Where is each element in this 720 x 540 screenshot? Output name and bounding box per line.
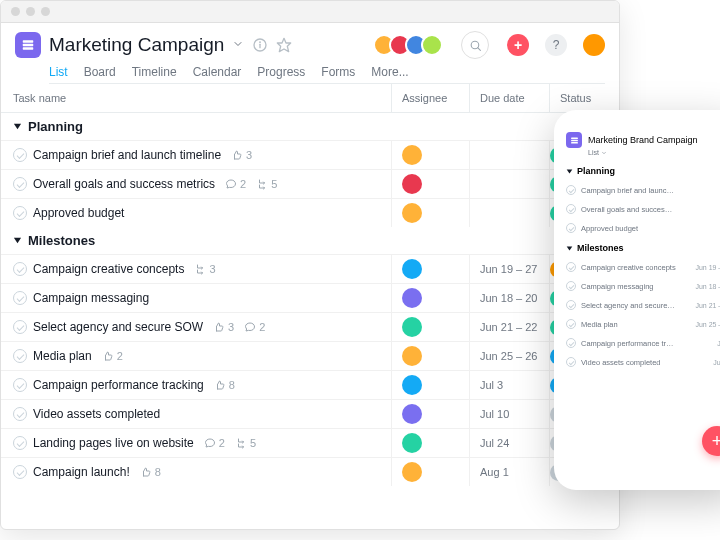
mobile-task-row[interactable]: Campaign brief and launch timeline bbox=[566, 185, 720, 195]
project-icon[interactable] bbox=[15, 32, 41, 58]
comment-count[interactable]: 2 bbox=[225, 178, 246, 190]
due-date[interactable]: Jul 3 bbox=[469, 371, 549, 399]
mobile-subtitle[interactable]: List bbox=[588, 149, 720, 156]
like-count[interactable]: 8 bbox=[214, 379, 235, 391]
complete-toggle[interactable] bbox=[566, 185, 576, 195]
add-button[interactable]: + bbox=[507, 34, 529, 56]
tab-timeline[interactable]: Timeline bbox=[132, 65, 177, 79]
task-row[interactable]: Campaign messagingJun 18 – 20Approved bbox=[1, 283, 619, 312]
user-avatar[interactable] bbox=[583, 34, 605, 56]
complete-toggle[interactable] bbox=[566, 319, 576, 329]
complete-toggle[interactable] bbox=[566, 357, 576, 367]
complete-toggle[interactable] bbox=[13, 206, 27, 220]
due-date[interactable] bbox=[469, 170, 549, 198]
col-duedate[interactable]: Due date bbox=[469, 84, 549, 112]
assignee-avatar[interactable] bbox=[402, 346, 422, 366]
assignee-avatar[interactable] bbox=[402, 375, 422, 395]
mobile-task-row[interactable]: Approved budget bbox=[566, 223, 720, 233]
subtask-count[interactable]: 3 bbox=[194, 263, 215, 275]
tab-board[interactable]: Board bbox=[84, 65, 116, 79]
task-row[interactable]: Campaign brief and launch timeline 3Appr… bbox=[1, 140, 619, 169]
complete-toggle[interactable] bbox=[566, 281, 576, 291]
col-taskname[interactable]: Task name bbox=[1, 84, 391, 112]
assignee-avatar[interactable] bbox=[402, 317, 422, 337]
like-count[interactable]: 2 bbox=[102, 350, 123, 362]
complete-toggle[interactable] bbox=[566, 223, 576, 233]
due-date[interactable]: Jul 10 bbox=[469, 400, 549, 428]
assignee-avatar[interactable] bbox=[402, 404, 422, 424]
mobile-task-row[interactable]: Overall goals and success metrics bbox=[566, 204, 720, 214]
complete-toggle[interactable] bbox=[13, 349, 27, 363]
tab-more[interactable]: More... bbox=[371, 65, 408, 79]
subtask-count[interactable]: 5 bbox=[235, 437, 256, 449]
complete-toggle[interactable] bbox=[13, 436, 27, 450]
complete-toggle[interactable] bbox=[13, 177, 27, 191]
due-date[interactable]: Jun 21 – 22 bbox=[469, 313, 549, 341]
tab-calendar[interactable]: Calendar bbox=[193, 65, 242, 79]
task-row[interactable]: Media plan 2Jun 25 – 26In progress bbox=[1, 341, 619, 370]
due-date[interactable]: Jun 19 – 27 bbox=[469, 255, 549, 283]
tab-forms[interactable]: Forms bbox=[321, 65, 355, 79]
mobile-task-row[interactable]: Campaign performance trackingJul 3 bbox=[566, 338, 720, 348]
chevron-down-icon[interactable] bbox=[232, 36, 244, 54]
task-row[interactable]: Overall goals and success metrics 2 5App… bbox=[1, 169, 619, 198]
like-count[interactable]: 3 bbox=[231, 149, 252, 161]
assignee-avatar[interactable] bbox=[402, 288, 422, 308]
complete-toggle[interactable] bbox=[566, 262, 576, 272]
task-row[interactable]: Select agency and secure SOW 3 2Jun 21 –… bbox=[1, 312, 619, 341]
complete-toggle[interactable] bbox=[13, 320, 27, 334]
due-date[interactable]: Aug 1 bbox=[469, 458, 549, 486]
complete-toggle[interactable] bbox=[13, 148, 27, 162]
due-date[interactable]: Jul 24 bbox=[469, 429, 549, 457]
assignee-avatar[interactable] bbox=[402, 259, 422, 279]
mobile-section-header[interactable]: Milestones bbox=[566, 243, 720, 253]
complete-toggle[interactable] bbox=[13, 407, 27, 421]
complete-toggle[interactable] bbox=[13, 262, 27, 276]
task-row[interactable]: Campaign performance tracking 8Jul 3In p… bbox=[1, 370, 619, 399]
mobile-section-header[interactable]: Planning bbox=[566, 166, 720, 176]
assignee-avatar[interactable] bbox=[402, 145, 422, 165]
comment-count[interactable]: 2 bbox=[244, 321, 265, 333]
tab-progress[interactable]: Progress bbox=[257, 65, 305, 79]
assignee-avatar[interactable] bbox=[402, 174, 422, 194]
task-row[interactable]: Approved budgetApproved bbox=[1, 198, 619, 227]
complete-toggle[interactable] bbox=[13, 465, 27, 479]
task-row[interactable]: Landing pages live on website 2 5Jul 24N… bbox=[1, 428, 619, 457]
info-icon[interactable] bbox=[252, 37, 268, 53]
like-count[interactable]: 3 bbox=[213, 321, 234, 333]
traffic-light-max[interactable] bbox=[41, 7, 50, 16]
search-button[interactable] bbox=[461, 31, 489, 59]
complete-toggle[interactable] bbox=[13, 378, 27, 392]
mobile-add-fab[interactable]: + bbox=[702, 426, 720, 456]
traffic-light-min[interactable] bbox=[26, 7, 35, 16]
member-avatars[interactable] bbox=[379, 34, 443, 56]
mobile-task-row[interactable]: Video assets completedJul 10 bbox=[566, 357, 720, 367]
complete-toggle[interactable] bbox=[566, 338, 576, 348]
tab-list[interactable]: List bbox=[49, 65, 68, 79]
assignee-avatar[interactable] bbox=[402, 433, 422, 453]
due-date[interactable]: Jun 18 – 20 bbox=[469, 284, 549, 312]
col-assignee[interactable]: Assignee bbox=[391, 84, 469, 112]
col-status[interactable]: Status bbox=[549, 84, 619, 112]
like-count[interactable]: 8 bbox=[140, 466, 161, 478]
subtask-count[interactable]: 5 bbox=[256, 178, 277, 190]
assignee-avatar[interactable] bbox=[402, 462, 422, 482]
task-row[interactable]: Campaign creative concepts 3Jun 19 – 27I… bbox=[1, 254, 619, 283]
complete-toggle[interactable] bbox=[566, 204, 576, 214]
task-row[interactable]: Campaign launch! 8Aug 1Not started bbox=[1, 457, 619, 486]
section-header[interactable]: Planning bbox=[1, 113, 619, 140]
assignee-avatar[interactable] bbox=[402, 203, 422, 223]
mobile-task-row[interactable]: Select agency and secure SOWJun 21 – 22 bbox=[566, 300, 720, 310]
mobile-task-row[interactable]: Campaign messagingJun 18 – 20 bbox=[566, 281, 720, 291]
traffic-light-close[interactable] bbox=[11, 7, 20, 16]
due-date[interactable]: Jun 25 – 26 bbox=[469, 342, 549, 370]
due-date[interactable] bbox=[469, 199, 549, 227]
mobile-task-row[interactable]: Campaign creative conceptsJun 19 – 27 bbox=[566, 262, 720, 272]
comment-count[interactable]: 2 bbox=[204, 437, 225, 449]
complete-toggle[interactable] bbox=[566, 300, 576, 310]
star-icon[interactable] bbox=[276, 37, 292, 53]
due-date[interactable] bbox=[469, 141, 549, 169]
help-button[interactable]: ? bbox=[545, 34, 567, 56]
complete-toggle[interactable] bbox=[13, 291, 27, 305]
section-header[interactable]: Milestones bbox=[1, 227, 619, 254]
